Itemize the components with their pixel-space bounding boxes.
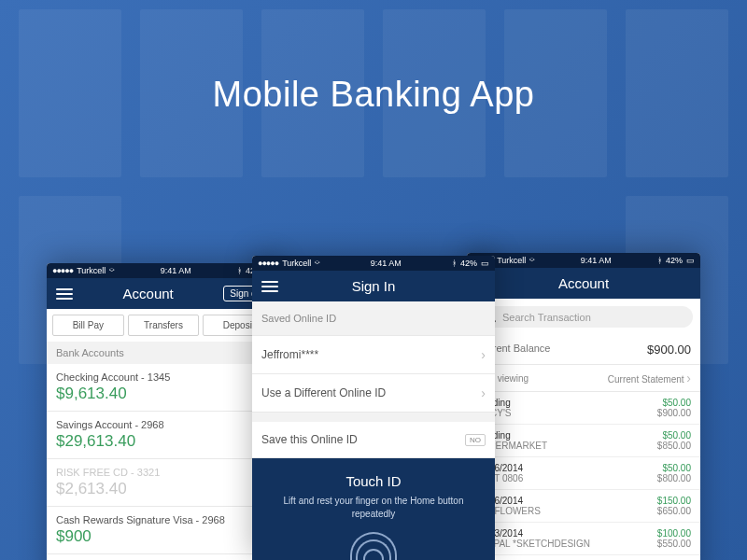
bluetooth-icon: ᚼ [237,266,242,275]
saved-id-header: Saved Online ID [252,301,495,336]
phone-transactions: ●●●●●Turkcell⌔ 9:41 AM ᚼ42%▭ Account 🔍 S… [467,253,700,560]
account-row[interactable]: Cash Rewards Signature Visa - 2968 $900 [47,507,280,554]
different-id-row[interactable]: Use a Different Online ID › [252,374,495,413]
menu-icon[interactable] [261,281,278,292]
bluetooth-icon: ᚼ [452,259,457,268]
transaction-row[interactable]: PendingMACY'S$50.00$900.00 [467,392,700,425]
touchid-subtitle: Lift and rest your finger on the Home bu… [271,495,476,521]
tab-transfers[interactable]: Transfers [128,315,200,336]
status-bar: ●●●●●Turkcell⌔ 9:41 AM ᚼ42%▭ [252,256,495,271]
wifi-icon: ⌔ [529,256,534,265]
wifi-icon: ⌔ [315,259,319,268]
account-row[interactable]: Savings Account - 2968 $29,613.40 [47,412,280,459]
chevron-right-icon: › [686,371,691,385]
nav-title: Account [73,286,223,301]
phone-account-list: ●●●●●Turkcell⌔ 9:41 AM ᚼ42%▭ Account Sig… [47,263,280,560]
nav-title: Account [514,275,654,291]
transaction-row[interactable]: 11/26/2014PABT 0806$50.00$800.00 [467,457,700,490]
save-id-toggle-row: Save this Online ID NO [252,422,495,458]
transaction-row[interactable]: PendingSUPERMARKET$50.00$850.00 [467,425,700,457]
wifi-icon: ⌔ [109,266,114,275]
hero-title: Mobile Banking App [0,75,747,115]
menu-icon[interactable] [56,288,73,300]
bluetooth-icon: ᚼ [657,256,662,265]
nav-title: Sign In [278,278,469,294]
tab-billpay[interactable]: Bill Pay [52,315,124,336]
transaction-row[interactable]: 11/23/2014OLLFEDS CLUB$200.00$350.00 [467,555,700,560]
battery-icon: ▭ [481,259,489,268]
section-header: Bank Accounts [47,342,280,364]
balance-row: Current Balance $900.00 [467,335,700,365]
account-row[interactable]: Checking Account - 1345 $9,613.40 [47,364,280,412]
transaction-row[interactable]: 11/23/2014PAYPAL *SKETCHDESIGN$100.00$55… [467,523,700,555]
transaction-row[interactable]: 11/26/2014800 FLOWERS$150.00$650.00 [467,490,700,523]
battery-icon: ▭ [686,256,695,265]
phone-signin: ●●●●●Turkcell⌔ 9:41 AM ᚼ42%▭ Sign In Sav… [252,256,495,560]
saved-id-row[interactable]: Jeffromi**** › [252,336,495,374]
account-row[interactable]: RISK FREE CD - 3321 $2,613.40 [47,459,280,507]
status-bar: ●●●●●Turkcell⌔ 9:41 AM ᚼ42%▭ [467,253,700,268]
search-input[interactable]: 🔍 Search Transaction [474,306,693,328]
touchid-title: Touch ID [271,473,476,489]
promo-link[interactable]: ★ Open a savings account [47,554,280,560]
chevron-right-icon: › [481,385,486,400]
viewing-row[interactable]: Now viewing Current Statement › [467,365,700,392]
chevron-right-icon: › [481,347,486,362]
toggle-switch[interactable]: NO [465,434,486,446]
fingerprint-icon [350,532,397,560]
status-bar: ●●●●●Turkcell⌔ 9:41 AM ᚼ42%▭ [47,263,280,278]
